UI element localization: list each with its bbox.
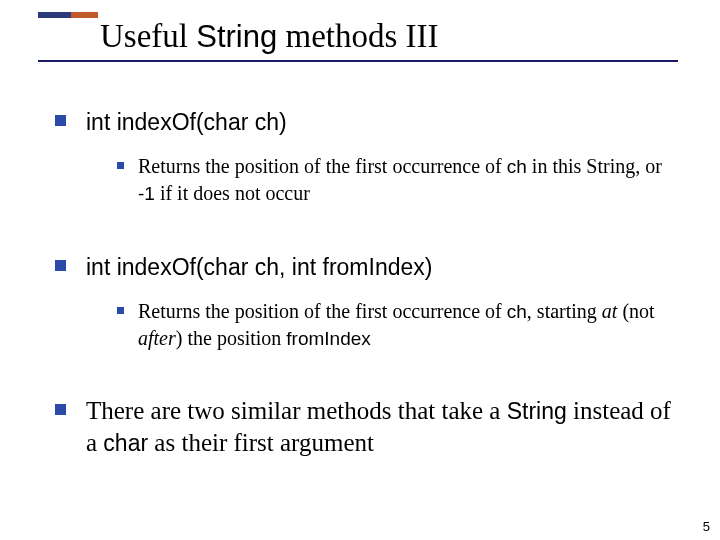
title-underline <box>38 60 678 62</box>
bullet2-text: Returns the position of the first occurr… <box>138 298 675 351</box>
title-block: Useful String methods III <box>38 12 439 56</box>
text-run: in this String, or <box>527 155 662 177</box>
text-run: , starting <box>527 300 602 322</box>
slide: Useful String methods III int indexOf(ch… <box>0 0 720 540</box>
inline-code: fromIndex <box>286 328 370 349</box>
title-text-post: methods III <box>277 18 438 54</box>
bullet2-text: Returns the position of the first occurr… <box>138 153 675 206</box>
inline-code: ch <box>507 156 527 177</box>
bullet-level1: int indexOf(char ch, int fromIndex) <box>55 251 675 282</box>
text-run: (not <box>617 300 654 322</box>
bullet-level1: There are two similar methods that take … <box>55 395 675 458</box>
bullet-square-icon <box>55 115 66 126</box>
bullet1-text: int indexOf(char ch) <box>86 106 287 137</box>
inline-code: ch <box>507 301 527 322</box>
text-run: Returns the position of the first occurr… <box>138 155 507 177</box>
text-run: There are two similar methods that take … <box>86 397 507 424</box>
inline-code: char <box>103 430 148 456</box>
title-text-pre: Useful <box>100 18 196 54</box>
text-run: as their first argument <box>148 429 374 456</box>
inline-code: -1 <box>138 183 155 204</box>
spacer <box>55 237 675 251</box>
text-run: Returns the position of the first occurr… <box>138 300 507 322</box>
title-accent-bar <box>38 12 98 18</box>
bullet1-text: int indexOf(char ch, int fromIndex) <box>86 251 432 282</box>
bullet-square-icon <box>55 260 66 271</box>
method-signature: int indexOf(char ch) <box>86 109 287 135</box>
italic-run: at <box>602 300 618 322</box>
title-code: String <box>196 19 277 54</box>
italic-run: after <box>138 327 176 349</box>
bullet-level2: Returns the position of the first occurr… <box>117 153 675 206</box>
spacer <box>55 381 675 395</box>
method-signature: int indexOf(char ch, int fromIndex) <box>86 254 432 280</box>
bullet-level2: Returns the position of the first occurr… <box>117 298 675 351</box>
content-area: int indexOf(char ch) Returns the positio… <box>55 106 675 464</box>
inline-code: String <box>507 398 567 424</box>
slide-title: Useful String methods III <box>100 18 439 56</box>
bullet1-text: There are two similar methods that take … <box>86 395 675 458</box>
bullet-level1: int indexOf(char ch) <box>55 106 675 137</box>
bullet-square-small-icon <box>117 307 124 314</box>
page-number: 5 <box>703 519 710 534</box>
bullet-square-icon <box>55 404 66 415</box>
text-run: if it does not occur <box>155 182 310 204</box>
bullet-square-small-icon <box>117 162 124 169</box>
text-run: ) the position <box>176 327 287 349</box>
